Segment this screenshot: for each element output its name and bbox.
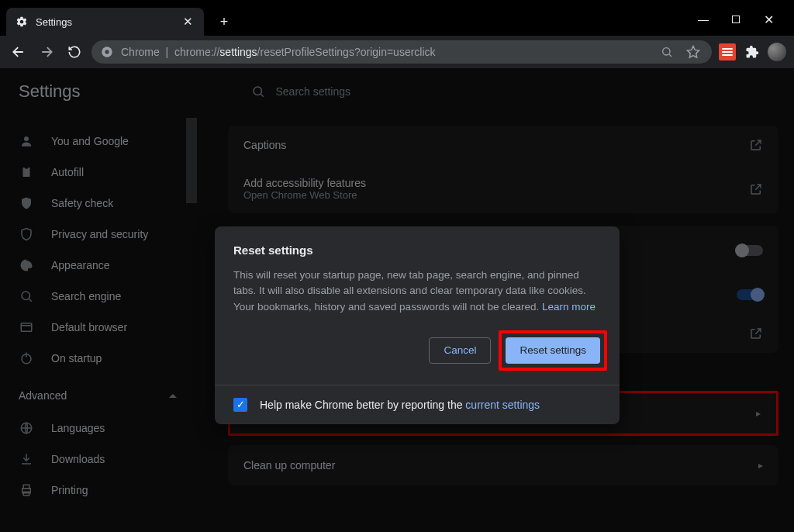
toggle-on[interactable]: [737, 289, 763, 300]
shield-check-icon: [19, 195, 34, 211]
sidebar-item-search-engine[interactable]: Search engine: [0, 281, 197, 312]
cancel-button[interactable]: Cancel: [429, 337, 491, 364]
chevron-right-icon: ▸: [758, 460, 763, 471]
download-icon: [19, 451, 34, 467]
svg-point-2: [663, 48, 670, 55]
browser-icon: [19, 320, 34, 335]
sidebar: You and Google Autofill Safety check Pri…: [0, 68, 197, 532]
sidebar-item-appearance[interactable]: Appearance: [0, 250, 197, 281]
external-link-icon: [749, 326, 763, 340]
chevron-right-icon: ▸: [756, 408, 761, 419]
close-window-button[interactable]: ✕: [761, 12, 775, 26]
clipboard-icon: [19, 164, 34, 180]
sidebar-item-on-startup[interactable]: On startup: [0, 343, 197, 374]
search-icon: [19, 288, 34, 304]
sidebar-item-privacy-security[interactable]: Privacy and security: [0, 219, 197, 250]
todoist-extension-icon[interactable]: [718, 43, 737, 61]
svg-point-1: [105, 50, 109, 54]
accessibility-card: Captions Add accessibility features Open…: [228, 126, 778, 213]
close-icon[interactable]: ✕: [181, 13, 195, 30]
minimize-button[interactable]: —: [696, 12, 710, 26]
svg-point-4: [24, 136, 29, 141]
profile-avatar[interactable]: [768, 43, 786, 61]
tab-title: Settings: [36, 16, 174, 28]
svg-rect-8: [21, 323, 32, 332]
url-text: Chrome | chrome://settings/resetProfileS…: [121, 46, 650, 58]
sidebar-item-printing[interactable]: Printing: [0, 475, 197, 506]
reload-button[interactable]: [64, 41, 85, 63]
help-reporting-label: Help make Chrome better by reporting the…: [260, 399, 540, 411]
svg-rect-12: [23, 485, 29, 489]
chevron-up-icon: [169, 394, 177, 398]
extensions-icon[interactable]: [743, 43, 761, 61]
gear-icon: [16, 16, 28, 28]
person-icon: [19, 133, 34, 149]
bookmark-star-icon[interactable]: [684, 43, 703, 61]
toggle-off[interactable]: [737, 245, 763, 256]
settings-page: Settings Search settings You and Google …: [0, 68, 794, 532]
reset-settings-dialog: Reset settings This will reset your star…: [215, 226, 620, 424]
sidebar-item-you-and-google[interactable]: You and Google: [0, 126, 197, 157]
forward-button[interactable]: [36, 41, 57, 63]
browser-toolbar: Chrome | chrome://settings/resetProfileS…: [0, 36, 794, 68]
svg-rect-6: [25, 167, 29, 169]
svg-rect-5: [23, 168, 30, 177]
palette-icon: [19, 257, 34, 273]
dialog-title: Reset settings: [215, 226, 620, 268]
captions-row[interactable]: Captions: [228, 126, 778, 164]
maximize-button[interactable]: [729, 12, 743, 26]
sidebar-item-default-browser[interactable]: Default browser: [0, 312, 197, 343]
learn-more-link[interactable]: Learn more: [542, 301, 596, 313]
window-titlebar: Settings ✕ + — ✕: [0, 0, 794, 36]
reset-settings-button[interactable]: Reset settings: [506, 337, 600, 364]
back-button[interactable]: [8, 41, 29, 63]
site-info-icon[interactable]: [101, 46, 113, 58]
window-controls: — ✕: [696, 12, 775, 26]
svg-point-7: [22, 292, 30, 300]
sidebar-item-autofill[interactable]: Autofill: [0, 157, 197, 188]
scrollbar-thumb[interactable]: [186, 118, 197, 203]
sidebar-item-languages[interactable]: Languages: [0, 413, 197, 444]
sidebar-item-downloads[interactable]: Downloads: [0, 444, 197, 475]
current-settings-link[interactable]: current settings: [465, 399, 540, 411]
browser-tab[interactable]: Settings ✕: [6, 8, 204, 36]
search-icon[interactable]: [658, 43, 676, 61]
globe-icon: [19, 420, 34, 436]
sidebar-item-safety-check[interactable]: Safety check: [0, 188, 197, 219]
power-icon: [19, 351, 34, 366]
cleanup-computer-row[interactable]: Clean up computer ▸: [228, 445, 778, 485]
external-link-icon: [749, 138, 763, 152]
shield-icon: [19, 226, 34, 242]
sidebar-advanced-toggle[interactable]: Advanced: [0, 378, 197, 413]
printer-icon: [19, 482, 34, 498]
highlight-annotation: Reset settings: [499, 330, 607, 371]
dialog-body: This will reset your startup page, new t…: [215, 268, 620, 330]
external-link-icon: [749, 182, 763, 196]
new-tab-button[interactable]: +: [213, 11, 235, 33]
address-bar[interactable]: Chrome | chrome://settings/resetProfileS…: [91, 40, 712, 64]
add-accessibility-row[interactable]: Add accessibility features Open Chrome W…: [228, 164, 778, 213]
help-reporting-checkbox[interactable]: ✓: [233, 398, 247, 412]
